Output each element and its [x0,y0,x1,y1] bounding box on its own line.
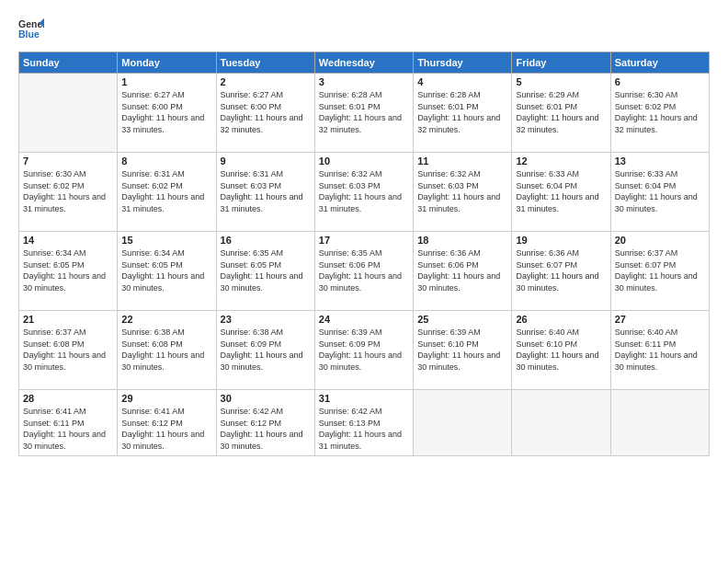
weekday-header: Friday [512,52,610,74]
calendar-cell: 31Sunrise: 6:42 AMSunset: 6:13 PMDayligh… [314,390,413,456]
svg-text:Blue: Blue [18,29,40,40]
day-info: Sunrise: 6:30 AMSunset: 6:02 PMDaylight:… [23,168,113,214]
calendar-cell: 19Sunrise: 6:36 AMSunset: 6:07 PMDayligh… [512,232,610,311]
weekday-header: Thursday [414,52,512,74]
day-info: Sunrise: 6:28 AMSunset: 6:01 PMDaylight:… [417,89,507,135]
day-number: 8 [121,155,211,167]
calendar-cell: 5Sunrise: 6:29 AMSunset: 6:01 PMDaylight… [512,74,610,153]
day-number: 17 [319,235,409,246]
weekday-header: Tuesday [216,52,314,74]
calendar-cell [19,74,118,153]
day-number: 19 [516,235,606,246]
calendar-cell: 14Sunrise: 6:34 AMSunset: 6:05 PMDayligh… [19,232,118,311]
calendar-cell: 13Sunrise: 6:33 AMSunset: 6:04 PMDayligh… [610,153,709,232]
day-number: 25 [417,314,507,325]
day-info: Sunrise: 6:29 AMSunset: 6:01 PMDaylight:… [516,89,606,135]
calendar-cell: 25Sunrise: 6:39 AMSunset: 6:10 PMDayligh… [414,311,512,390]
weekday-header: Monday [118,52,216,74]
day-info: Sunrise: 6:31 AMSunset: 6:03 PMDaylight:… [221,168,311,214]
calendar-cell: 24Sunrise: 6:39 AMSunset: 6:09 PMDayligh… [314,311,413,390]
day-info: Sunrise: 6:32 AMSunset: 6:03 PMDaylight:… [319,168,409,214]
calendar-cell: 21Sunrise: 6:37 AMSunset: 6:08 PMDayligh… [19,311,118,390]
day-info: Sunrise: 6:40 AMSunset: 6:11 PMDaylight:… [615,327,705,373]
day-info: Sunrise: 6:35 AMSunset: 6:06 PMDaylight:… [319,247,409,293]
day-info: Sunrise: 6:27 AMSunset: 6:00 PMDaylight:… [121,89,211,135]
day-info: Sunrise: 6:40 AMSunset: 6:10 PMDaylight:… [516,327,606,373]
day-number: 12 [516,155,606,167]
calendar-week-row: 14Sunrise: 6:34 AMSunset: 6:05 PMDayligh… [19,232,710,311]
day-number: 23 [221,314,311,325]
calendar-cell: 16Sunrise: 6:35 AMSunset: 6:05 PMDayligh… [216,232,314,311]
calendar-cell: 15Sunrise: 6:34 AMSunset: 6:05 PMDayligh… [118,232,216,311]
calendar-cell: 22Sunrise: 6:38 AMSunset: 6:08 PMDayligh… [118,311,216,390]
weekday-header: Sunday [19,52,118,74]
day-number: 11 [417,155,507,167]
day-info: Sunrise: 6:27 AMSunset: 6:00 PMDaylight:… [221,89,311,135]
calendar-cell: 6Sunrise: 6:30 AMSunset: 6:02 PMDaylight… [610,74,709,153]
day-info: Sunrise: 6:39 AMSunset: 6:10 PMDaylight:… [417,327,507,373]
calendar-cell: 28Sunrise: 6:41 AMSunset: 6:11 PMDayligh… [19,390,118,456]
day-number: 28 [23,393,113,404]
day-number: 2 [221,76,311,87]
day-number: 27 [615,314,705,325]
day-info: Sunrise: 6:30 AMSunset: 6:02 PMDaylight:… [615,89,705,135]
calendar-cell: 20Sunrise: 6:37 AMSunset: 6:07 PMDayligh… [610,232,709,311]
day-info: Sunrise: 6:31 AMSunset: 6:02 PMDaylight:… [121,168,211,214]
day-number: 4 [417,76,507,87]
day-info: Sunrise: 6:33 AMSunset: 6:04 PMDaylight:… [615,168,705,214]
day-info: Sunrise: 6:34 AMSunset: 6:05 PMDaylight:… [23,247,113,293]
day-info: Sunrise: 6:37 AMSunset: 6:08 PMDaylight:… [23,327,113,373]
page: General Blue SundayMondayTuesdayWednesda… [0,0,728,563]
day-number: 3 [319,76,409,87]
day-number: 26 [516,314,606,325]
calendar-week-row: 28Sunrise: 6:41 AMSunset: 6:11 PMDayligh… [19,390,710,456]
day-number: 22 [121,314,211,325]
calendar-cell: 27Sunrise: 6:40 AMSunset: 6:11 PMDayligh… [610,311,709,390]
day-number: 5 [516,76,606,87]
calendar-cell [414,390,512,456]
day-number: 15 [121,235,211,246]
day-info: Sunrise: 6:34 AMSunset: 6:05 PMDaylight:… [121,247,211,293]
day-number: 6 [615,76,705,87]
calendar-cell: 18Sunrise: 6:36 AMSunset: 6:06 PMDayligh… [414,232,512,311]
day-number: 10 [319,155,409,167]
day-number: 31 [319,393,409,404]
day-info: Sunrise: 6:28 AMSunset: 6:01 PMDaylight:… [319,89,409,135]
day-info: Sunrise: 6:39 AMSunset: 6:09 PMDaylight:… [319,327,409,373]
calendar-week-row: 21Sunrise: 6:37 AMSunset: 6:08 PMDayligh… [19,311,710,390]
calendar-cell: 17Sunrise: 6:35 AMSunset: 6:06 PMDayligh… [314,232,413,311]
day-number: 16 [221,235,311,246]
day-number: 29 [121,393,211,404]
day-info: Sunrise: 6:41 AMSunset: 6:12 PMDaylight:… [121,406,211,452]
day-info: Sunrise: 6:36 AMSunset: 6:06 PMDaylight:… [417,247,507,293]
logo: General Blue [18,17,44,42]
calendar-cell: 12Sunrise: 6:33 AMSunset: 6:04 PMDayligh… [512,153,610,232]
calendar-cell: 3Sunrise: 6:28 AMSunset: 6:01 PMDaylight… [314,74,413,153]
calendar-cell [610,390,709,456]
calendar-cell: 1Sunrise: 6:27 AMSunset: 6:00 PMDaylight… [118,74,216,153]
day-number: 30 [221,393,311,404]
calendar-cell: 26Sunrise: 6:40 AMSunset: 6:10 PMDayligh… [512,311,610,390]
weekday-header-row: SundayMondayTuesdayWednesdayThursdayFrid… [19,52,710,74]
calendar-cell: 30Sunrise: 6:42 AMSunset: 6:12 PMDayligh… [216,390,314,456]
calendar-cell: 2Sunrise: 6:27 AMSunset: 6:00 PMDaylight… [216,74,314,153]
calendar-cell: 7Sunrise: 6:30 AMSunset: 6:02 PMDaylight… [19,153,118,232]
day-number: 18 [417,235,507,246]
day-number: 7 [23,155,113,167]
day-info: Sunrise: 6:41 AMSunset: 6:11 PMDaylight:… [23,406,113,452]
day-number: 9 [221,155,311,167]
logo-icon: General Blue [18,17,44,42]
day-info: Sunrise: 6:35 AMSunset: 6:05 PMDaylight:… [221,247,311,293]
day-number: 1 [121,76,211,87]
header: General Blue [18,17,710,42]
day-info: Sunrise: 6:32 AMSunset: 6:03 PMDaylight:… [417,168,507,214]
weekday-header: Wednesday [314,52,413,74]
calendar-cell: 4Sunrise: 6:28 AMSunset: 6:01 PMDaylight… [414,74,512,153]
calendar-cell: 11Sunrise: 6:32 AMSunset: 6:03 PMDayligh… [414,153,512,232]
day-info: Sunrise: 6:37 AMSunset: 6:07 PMDaylight:… [615,247,705,293]
calendar-cell [512,390,610,456]
day-number: 21 [23,314,113,325]
calendar-week-row: 1Sunrise: 6:27 AMSunset: 6:00 PMDaylight… [19,74,710,153]
day-info: Sunrise: 6:42 AMSunset: 6:13 PMDaylight:… [319,406,409,452]
day-number: 14 [23,235,113,246]
